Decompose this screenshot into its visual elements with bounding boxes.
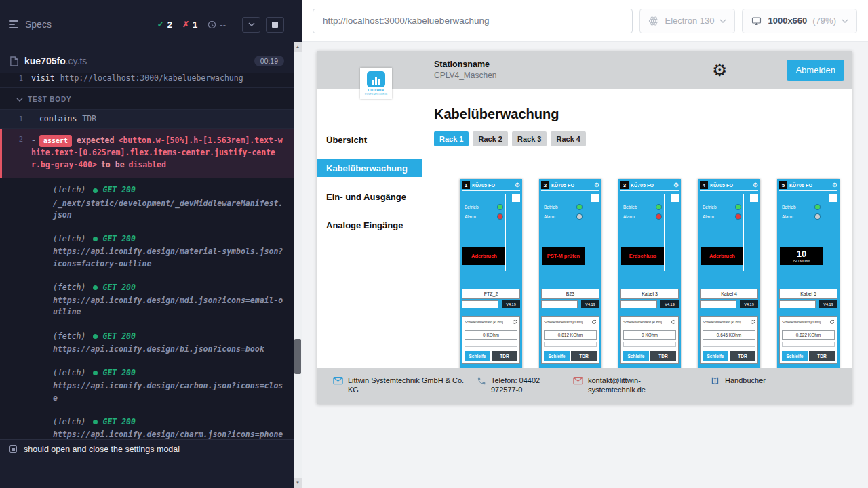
schleife-button[interactable]: Schleife — [782, 351, 808, 361]
card-settings-icon[interactable]: ⚙ — [594, 182, 599, 188]
specs-label[interactable]: Specs — [25, 19, 52, 30]
reporter-scrollbar: ▲ ▼ — [294, 0, 302, 488]
line-number: 1 — [0, 115, 31, 123]
browser-select[interactable]: Electron 130 — [639, 9, 735, 33]
chevron-down-icon — [248, 22, 255, 26]
command-dash: - — [31, 114, 36, 123]
app-header: LITTWIN SYSTEMTECHNIK Stationsname CPLV4… — [317, 51, 852, 89]
resistance-header: Schleifenwiderstand [kOhm] — [544, 319, 597, 325]
chevron-down-icon — [719, 19, 726, 23]
tdr-button[interactable]: TDR — [492, 351, 517, 361]
logout-button[interactable]: Abmelden — [787, 60, 844, 81]
card-settings-icon[interactable]: ⚙ — [673, 182, 679, 188]
status-display: Erdschluss — [621, 247, 665, 265]
fetch-entry[interactable]: (fetch) GET 200 https://api.iconify.desi… — [0, 276, 294, 325]
resistance-value: 0.645 KOhm — [703, 330, 755, 340]
resistance-panel: Schleifenwiderstand [kOhm] 0.822 KOhm Sc… — [779, 316, 837, 364]
refresh-icon[interactable] — [591, 319, 597, 325]
card-settings-icon[interactable]: ⚙ — [832, 182, 837, 188]
version-blank-field — [700, 300, 736, 308]
stop-button[interactable] — [266, 17, 284, 33]
fetch-entry[interactable]: (fetch) GET 200 https://api.iconify.desi… — [0, 361, 294, 410]
spec-bar[interactable]: kue705fo.cy.ts 00:19 — [0, 49, 294, 73]
tdr-button[interactable]: TDR — [650, 351, 676, 361]
refresh-icon[interactable] — [671, 319, 676, 325]
refresh-icon[interactable] — [750, 319, 755, 325]
card-buttons: Schleife TDR — [465, 351, 517, 361]
fetch-status: GET 200 — [102, 184, 135, 196]
resistance-value: 0.812 KOhm — [544, 330, 597, 340]
status-text: Aderbruch — [709, 253, 735, 259]
resistance-label: Schleifenwiderstand [kOhm] — [782, 320, 821, 324]
resistance-header: Schleifenwiderstand [kOhm] — [703, 319, 755, 325]
scrollbar-thumb[interactable] — [294, 339, 301, 374]
sidebar-nav-item[interactable]: Ein- und Ausgänge — [317, 188, 422, 205]
contains-command-row[interactable]: 1 - contains TDR — [0, 109, 294, 129]
version-row: V4.19 — [620, 300, 679, 308]
line-number: 2 — [2, 135, 31, 171]
empty-field — [782, 342, 835, 347]
sidebar-nav-item[interactable]: Analoge Eingänge — [317, 216, 422, 234]
test-body-section[interactable]: TEST BODY — [0, 88, 294, 109]
device-card: 3 KÜ705-FO ⚙ Betrieb — [618, 179, 681, 368]
status-ok-dot — [93, 334, 98, 339]
card-settings-icon[interactable]: ⚙ — [753, 182, 758, 188]
schleife-button[interactable]: Schleife — [465, 351, 490, 361]
fetch-url: /_next/static/development/_devMiddleware… — [53, 198, 284, 222]
settings-gear-icon[interactable]: ⚙ — [712, 62, 727, 79]
scroll-down-arrow[interactable]: ▼ — [294, 478, 302, 488]
empty-field — [465, 342, 517, 347]
card-status-zone: Betrieb Alarm PST-M prüfen — [541, 191, 599, 271]
schleife-button[interactable]: Schleife — [703, 351, 728, 361]
alarm-label: Alarm — [623, 214, 635, 219]
specs-menu-icon[interactable] — [9, 20, 18, 28]
fetch-entry[interactable]: (fetch) GET 200 https://api.iconify.desi… — [0, 410, 294, 439]
assert-badge: assert — [39, 135, 72, 147]
tdr-button[interactable]: TDR — [730, 351, 755, 361]
cable-name: Kabel 3 — [620, 289, 679, 299]
card-buttons: Schleife TDR — [623, 351, 676, 361]
viewport-select[interactable]: 1000x660 (79%) — [742, 9, 857, 33]
status-ok-dot — [93, 420, 98, 424]
betrieb-row: Betrieb — [465, 205, 502, 209]
sidebar-nav-item[interactable]: Übersicht — [317, 131, 422, 148]
next-test-row[interactable]: should open and close the settings modal — [0, 439, 294, 458]
fetch-entry[interactable]: (fetch) GET 200 https://api.iconify.desi… — [0, 227, 294, 276]
tdr-button[interactable]: TDR — [809, 351, 835, 361]
visit-command-row[interactable]: 1 visit http://localhost:3000/kabelueber… — [0, 73, 294, 88]
card-settings-icon[interactable]: ⚙ — [515, 182, 520, 188]
rack-tab[interactable]: Rack 3 — [512, 131, 547, 146]
card-number: 1 — [462, 181, 470, 189]
schleife-button[interactable]: Schleife — [544, 351, 570, 361]
collapse-button[interactable] — [242, 17, 260, 33]
footer-manuals[interactable]: Handbücher — [710, 375, 766, 386]
rack-tab[interactable]: Rack 2 — [473, 131, 507, 146]
failed-assert-row[interactable]: 2 -assertexpected<button.w-[50%].h-[1.56… — [0, 129, 294, 178]
card-header: 5 KÜ706-FO ⚙ — [779, 181, 837, 191]
cross-icon: ✗ — [182, 20, 189, 29]
scroll-up-arrow[interactable]: ▲ — [294, 42, 302, 52]
resistance-label: Schleifenwiderstand [kOhm] — [544, 320, 583, 324]
rack-tab[interactable]: Rack 4 — [551, 131, 585, 146]
book-icon — [710, 376, 720, 386]
fetch-entry[interactable]: (fetch) GET 200 /_next/static/developmen… — [0, 178, 294, 227]
sidebar-nav-item[interactable]: Kabelüberwachung — [317, 159, 422, 177]
card-model: KÜ705-FO — [631, 183, 671, 188]
device-card: 5 KÜ706-FO ⚙ Betrieb — [777, 179, 840, 368]
rack-tab[interactable]: Rack 1 — [434, 131, 469, 146]
app-main: Kabelüberwachung Rack 1 Rack 2 Rack 3 Ra… — [422, 89, 852, 368]
littwin-logo-text: LITTWIN — [368, 89, 384, 92]
resistance-panel: Schleifenwiderstand [kOhm] 0 KOhm Schlei… — [462, 316, 520, 364]
betrieb-row: Betrieb — [703, 205, 741, 209]
url-input[interactable]: http://localhost:3000/kabelueberwachung — [313, 9, 633, 33]
empty-field — [544, 342, 597, 347]
scrollbar-track[interactable] — [294, 42, 302, 488]
refresh-icon[interactable] — [829, 319, 835, 325]
betrieb-led — [656, 205, 661, 209]
schleife-button[interactable]: Schleife — [623, 351, 649, 361]
tdr-button[interactable]: TDR — [571, 351, 597, 361]
fetch-entry[interactable]: (fetch) GET 200 https://api.iconify.desi… — [0, 325, 294, 362]
fetch-head: (fetch) GET 200 — [53, 416, 284, 428]
refresh-icon[interactable] — [512, 319, 517, 325]
fetch-head: (fetch) GET 200 — [53, 184, 284, 196]
